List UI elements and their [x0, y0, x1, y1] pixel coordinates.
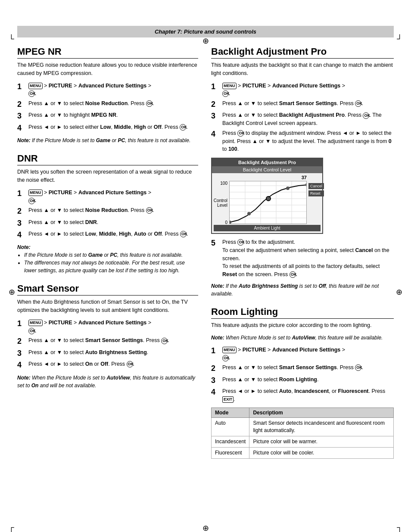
- backlight-step-3: 3 Press ▲ or ▼ to select Backlight Adjus…: [211, 111, 394, 128]
- mpeg-nr-step-1: 1 MENU > PICTURE > Advanced Picture Sett…: [17, 82, 198, 98]
- backlight-step-5: 5 Press OK to fix the adjustment. To can…: [211, 238, 394, 279]
- backlight-note: Note: If the Auto Brightness Setting is …: [211, 282, 394, 298]
- ok-icon-bl5: OK: [237, 239, 244, 246]
- mpeg-nr-step-4: 4 Press ◄ or ► to select either Low, Mid…: [17, 123, 198, 133]
- dnr-title: DNR: [17, 153, 198, 165]
- table-cell-mode-auto: Auto: [212, 418, 249, 436]
- cancel-button[interactable]: Cancel: [308, 183, 324, 189]
- backlight-step-1: 1 MENU > PICTURE > Advanced Picture Sett…: [211, 82, 394, 98]
- chart-y-top: 100: [214, 181, 227, 186]
- ok-icon-dnr2: OK: [146, 207, 153, 214]
- smart-sensor-step-1: 1 MENU > PICTURE > Advanced Picture Sett…: [17, 319, 198, 335]
- exit-icon-rl: EXIT: [222, 396, 234, 403]
- table-cell-desc-incandescent: Picture color will be warmer.: [249, 436, 394, 448]
- ok-icon: OK: [28, 90, 35, 97]
- dnr-steps: 1 MENU > PICTURE > Advanced Picture Sett…: [17, 189, 198, 240]
- dnr-intro: DNR lets you soften the screen represent…: [17, 168, 198, 184]
- room-lighting-note-before: Note: When Picture Mode is set to AutoVi…: [211, 334, 394, 342]
- table-cell-mode-incandescent: Incandescent: [212, 436, 249, 448]
- backlight-chart: Backlight Adjustment Pro Backlight Contr…: [211, 158, 323, 234]
- crosshair-mid-left: ⊕: [9, 287, 15, 297]
- table-row-auto: Auto Smart Sensor detects incandescent a…: [212, 418, 394, 436]
- left-column: MPEG NR The MPEG noise reduction feature…: [17, 37, 198, 459]
- chart-svg: [229, 181, 307, 224]
- smart-sensor-step-3: 3 Press ▲ or ▼ to select Auto Brightness…: [17, 348, 198, 358]
- menu-icon-rl1: MENU: [222, 347, 237, 353]
- table-col2-header: Descriptiom: [249, 408, 394, 418]
- smart-sensor-note: Note: When the Picture Mode is set to Au…: [17, 374, 198, 389]
- room-lighting-table: Mode Descriptiom Auto Smart Sensor detec…: [211, 408, 394, 458]
- crosshair-bottom: ⊕: [202, 523, 209, 532]
- smart-sensor-steps: 1 MENU > PICTURE > Advanced Picture Sett…: [17, 319, 198, 370]
- svg-point-10: [229, 221, 231, 224]
- svg-point-12: [267, 197, 270, 200]
- dnr-step-3: 3 Press ▲ or ▼ to select DNR.: [17, 218, 198, 228]
- room-lighting-step-1: 1 MENU > PICTURE > Advanced Picture Sett…: [211, 346, 394, 362]
- crosshair-mid-right: ⊕: [396, 287, 402, 297]
- chart-x-label: Ambient Light: [214, 225, 321, 231]
- table-row-fluorescent: Fluorescent Picture color will be cooler…: [212, 447, 394, 458]
- page-container: └ ┘ ⊕ ⊕ ⊕ Chapter 7: Picture and sound c…: [0, 26, 411, 532]
- chart-y-label-top: Control: [214, 198, 227, 203]
- mpeg-nr-step-2: 2 Press ▲ or ▼ to select Noise Reduction…: [17, 100, 198, 109]
- ok-icon-bl3: OK: [363, 112, 369, 119]
- table-cell-mode-fluorescent: Fluorescent: [212, 447, 249, 458]
- corner-mark-bl: ┌: [9, 523, 14, 532]
- table-row-incandescent: Incandescent Picture color will be warme…: [212, 436, 394, 448]
- ok-icon-bl4: OK: [237, 130, 244, 137]
- mpeg-nr-step-3: 3 Press ▲ or ▼ to highlight MPEG NR.: [17, 111, 198, 121]
- dnr-step-2: 2 Press ▲ or ▼ to select Noise Reduction…: [17, 206, 198, 216]
- chart-y-label-bottom: Level: [217, 203, 227, 208]
- backlight-step5-list: 5 Press OK to fix the adjustment. To can…: [211, 238, 394, 279]
- ok-icon-bl1: OK: [222, 90, 229, 97]
- mpeg-nr-title: MPEG NR: [17, 46, 198, 59]
- menu-icon: MENU: [28, 83, 43, 89]
- backlight-steps: 1 MENU > PICTURE > Advanced Picture Sett…: [211, 82, 394, 154]
- ok-icon-rl1: OK: [222, 355, 229, 361]
- menu-icon-dnr1: MENU: [28, 190, 43, 196]
- chart-y-bottom: 0: [214, 220, 227, 225]
- smart-sensor-step-4: 4 Press ◄ or ► to select On or Off. Pres…: [17, 360, 198, 370]
- dnr-step-1: 1 MENU > PICTURE > Advanced Picture Sett…: [17, 189, 198, 205]
- ok-icon-3: OK: [180, 124, 186, 131]
- ok-icon-dnr3: OK: [180, 231, 187, 237]
- svg-point-13: [286, 187, 290, 190]
- table-cell-desc-auto: Smart Sensor detects incandescent and fl…: [249, 418, 394, 436]
- corner-mark-tl: └: [9, 34, 14, 44]
- content-area: MPEG NR The MPEG noise reduction feature…: [17, 37, 394, 459]
- menu-icon-bl1: MENU: [222, 83, 237, 89]
- svg-point-14: [305, 183, 307, 187]
- room-lighting-intro: This feature adjusts the picture color a…: [211, 321, 394, 330]
- room-lighting-step-4: 4 Press ◄ or ► to select Auto, Incandesc…: [211, 387, 394, 404]
- corner-mark-tr: ┘: [397, 34, 402, 44]
- backlight-intro: This feature adjusts the backlight so th…: [211, 61, 394, 78]
- room-lighting-title: Room Lighting: [211, 306, 394, 319]
- ok-icon-bl2: OK: [355, 100, 361, 107]
- ok-icon-ss2: OK: [161, 338, 168, 344]
- svg-point-11: [247, 212, 251, 215]
- table-cell-desc-fluorescent: Picture color will be cooler.: [249, 447, 394, 458]
- smart-sensor-step-2: 2 Press ▲ or ▼ to select Smart Sensor Se…: [17, 336, 198, 346]
- ok-icon-ss1: OK: [28, 328, 35, 334]
- table-col1-header: Mode: [212, 408, 249, 418]
- room-lighting-steps: 1 MENU > PICTURE > Advanced Picture Sett…: [211, 346, 394, 404]
- menu-icon-ss1: MENU: [28, 320, 43, 326]
- ok-icon-rl2: OK: [355, 364, 361, 371]
- mpeg-nr-intro: The MPEG noise reduction feature allows …: [17, 61, 198, 78]
- smart-sensor-intro: When the Auto Brightness function of Sma…: [17, 298, 198, 314]
- chapter-header: Chapter 7: Picture and sound controls: [17, 26, 394, 37]
- dnr-step-4: 4 Press ◄ or ► to select Low, Middle, Hi…: [17, 230, 198, 240]
- ok-icon-dnr1: OK: [28, 198, 35, 204]
- ok-icon-ss3: OK: [127, 361, 133, 367]
- reset-button[interactable]: Reset: [308, 190, 324, 196]
- mpeg-nr-note: Note: If the Picture Mode is set to Game…: [17, 137, 198, 144]
- mpeg-nr-steps: 1 MENU > PICTURE > Advanced Picture Sett…: [17, 82, 198, 134]
- chart-subtitle: Backlight Control Level: [212, 166, 322, 173]
- backlight-step-4: 4 Press OK to display the adjustment win…: [211, 129, 394, 153]
- room-lighting-step-2: 2 Press ▲ or ▼ to select Smart Sensor Se…: [211, 364, 394, 373]
- backlight-step-2: 2 Press ▲ or ▼ to select Smart Sensor Se…: [211, 100, 394, 109]
- right-column: Backlight Adjustment Pro This feature ad…: [211, 37, 394, 459]
- smart-sensor-title: Smart Sensor: [17, 283, 198, 296]
- ok-icon-bl6: OK: [290, 271, 296, 278]
- ok-icon-2: OK: [146, 100, 153, 107]
